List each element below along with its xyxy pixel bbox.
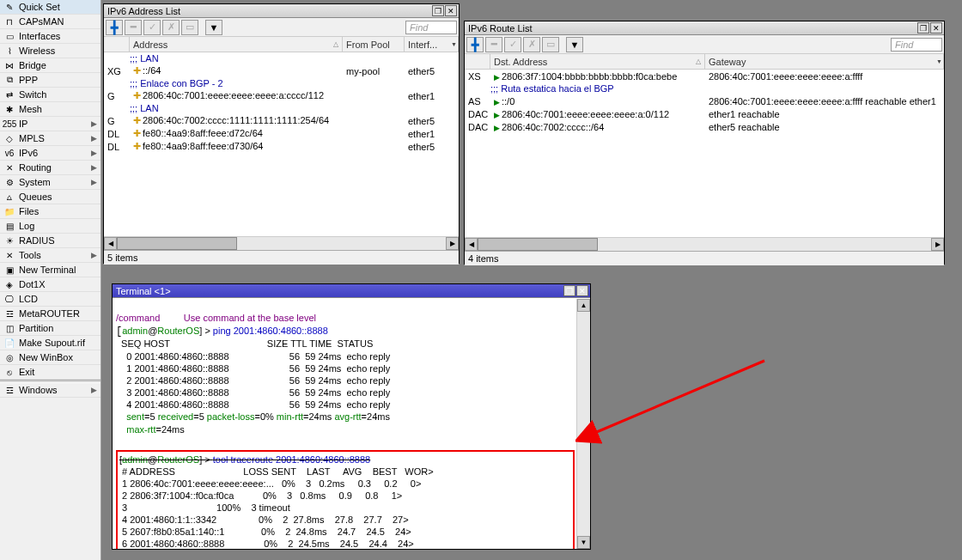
sidebar: ✎Quick Set⊓CAPsMAN▭Interfaces⌇Wireless⋈B… [0,0,101,560]
highlighted-traceroute: [admin@RouterOS] > tool traceroute 2001:… [116,450,575,549]
sidebar-item-wireless[interactable]: ⌇Wireless [0,44,100,58]
sidebar-item-routing[interactable]: ✕Routing▶ [0,161,100,175]
sidebar-item-partition[interactable]: ◫Partition [0,321,100,336]
chevron-right-icon: ▶ [91,149,97,157]
sidebar-item-new-winbox[interactable]: ◎New WinBox [0,350,100,365]
v-scrollbar[interactable]: ▲ ▼ [576,299,590,549]
toolbar: ╋ ━ ✓ ✗ ▭ ▼ Find [104,18,459,37]
sidebar-item-exit[interactable]: ⎋Exit [0,365,100,380]
close-icon[interactable]: ✕ [445,5,457,16]
add-button[interactable]: ╋ [106,20,123,35]
sidebar-item-radius[interactable]: ☀RADIUS [0,234,100,248]
sidebar-item-ip[interactable]: 255IP▶ [0,117,100,131]
scroll-up-icon[interactable]: ▲ [577,299,590,312]
col-address[interactable]: Address△ [130,37,343,52]
sidebar-label: MetaROUTER [19,308,80,319]
item-count: 5 items [107,253,137,263]
menu-icon: ⌇ [3,45,15,57]
scroll-right-icon[interactable]: ▶ [446,237,459,250]
sidebar-item-interfaces[interactable]: ▭Interfaces [0,29,100,44]
chevron-right-icon: ▶ [91,134,97,143]
enable-button[interactable]: ✓ [143,20,161,35]
close-icon[interactable]: ✕ [576,285,588,296]
table-row[interactable]: DAC▶2806:40c:7001:eeee:eeee:eeee:a:0/112… [465,107,944,120]
sidebar-label: New Terminal [19,265,76,275]
table-row[interactable]: G✚2806:40c:7002:cccc:1111:1111:1111:254/… [104,114,459,127]
find-input[interactable]: Find [405,21,457,34]
sidebar-label: System [19,177,51,187]
filter-button[interactable]: ▼ [566,37,583,52]
h-scrollbar[interactable]: ◀ ▶ [104,236,459,250]
sidebar-item-quick-set[interactable]: ✎Quick Set [0,0,100,15]
sidebar-label: Wireless [19,46,55,56]
sidebar-item-metarouter[interactable]: ☲MetaROUTER [0,307,100,321]
menu-icon: ✎ [3,1,15,13]
windows-icon: ☲ [3,384,15,396]
restore-icon[interactable]: ❐ [917,22,929,33]
find-input[interactable]: Find [891,38,942,52]
sidebar-item-files[interactable]: 📁Files [0,204,100,219]
table-row[interactable]: DL✚fe80::4aa9:8aff:feee:d72c/64ether1 [104,127,459,140]
restore-icon[interactable]: ❐ [432,5,444,16]
table-row[interactable]: XS▶2806:3f7:1004:bbbb:bbbb:bbbb:f0ca:beb… [465,70,944,82]
remove-button[interactable]: ━ [485,37,502,52]
table-row[interactable]: G✚2806:40c:7001:eeee:eeee:eeee:a:cccc/11… [104,89,459,102]
sidebar-item-queues[interactable]: 🜂Queues [0,190,100,204]
sidebar-item-mesh[interactable]: ✱Mesh [0,102,100,117]
sidebar-windows[interactable]: ☲ Windows ▶ [0,383,100,398]
remove-button[interactable]: ━ [125,20,142,35]
sidebar-item-system[interactable]: ⚙System▶ [0,175,100,190]
terminal-output[interactable]: /command Use command at the base level [… [113,298,590,549]
menu-icon: v6 [3,147,15,159]
sidebar-item-log[interactable]: ▤Log [0,219,100,234]
table-row[interactable]: DAC▶2806:40c:7002:cccc::/64ether5 reacha… [465,120,944,133]
window-titlebar[interactable]: IPv6 Route List ❐ ✕ [465,21,944,35]
sidebar-item-switch[interactable]: ⇄Switch [0,88,100,102]
sidebar-item-dot1x[interactable]: ◈Dot1X [0,277,100,292]
comment-row: ;;; LAN [104,102,459,114]
scroll-right-icon[interactable]: ▶ [931,238,944,251]
filter-button[interactable]: ▼ [205,20,222,35]
sidebar-item-lcd[interactable]: 🖵LCD [0,292,100,307]
h-scrollbar[interactable]: ◀ ▶ [465,237,944,251]
table-row[interactable]: AS▶::/02806:40c:7001:eeee:eeee:eeee:a:ff… [465,94,944,107]
sidebar-label: LCD [19,294,38,304]
comment-button[interactable]: ▭ [542,37,559,52]
sidebar-item-ppp[interactable]: ⧉PPP [0,73,100,88]
col-gateway[interactable]: Gateway▼ [705,54,944,69]
enable-button[interactable]: ✓ [504,37,521,52]
table-row[interactable]: XG✚::/64my-poolether5 [104,64,459,77]
restore-icon[interactable]: ❐ [563,285,575,296]
sidebar-item-tools[interactable]: ✕Tools▶ [0,248,100,263]
scroll-down-icon[interactable]: ▼ [577,536,590,549]
sidebar-item-ipv6[interactable]: v6IPv6▶ [0,146,100,161]
sidebar-item-make-supout.rif[interactable]: 📄Make Supout.rif [0,336,100,350]
sidebar-item-mpls[interactable]: ◇MPLS▶ [0,131,100,146]
window-titlebar[interactable]: IPv6 Address List ❐ ✕ [104,4,459,18]
col-dst[interactable]: Dst. Address△ [490,54,705,69]
sidebar-item-new-terminal[interactable]: ▣New Terminal [0,263,100,277]
disable-button[interactable]: ✗ [162,20,180,35]
sidebar-label: RADIUS [19,235,55,246]
table-row[interactable]: DL✚fe80::4aa9:8aff:feee:d730/64ether5 [104,140,459,153]
col-flags[interactable] [104,37,130,52]
add-button[interactable]: ╋ [466,37,484,52]
disable-button[interactable]: ✗ [523,37,540,52]
sidebar-item-bridge[interactable]: ⋈Bridge [0,58,100,73]
scroll-left-icon[interactable]: ◀ [465,238,478,251]
menu-icon: ◈ [3,278,15,290]
scroll-left-icon[interactable]: ◀ [104,237,117,250]
ipv6-address-window: IPv6 Address List ❐ ✕ ╋ ━ ✓ ✗ ▭ ▼ Find A… [103,3,460,264]
menu-icon: ⊓ [3,15,15,27]
close-icon[interactable]: ✕ [930,22,942,33]
sidebar-item-capsman[interactable]: ⊓CAPsMAN [0,15,100,29]
menu-icon: ✱ [3,103,15,115]
col-flags[interactable] [465,54,490,69]
comment-button[interactable]: ▭ [181,20,198,35]
col-from-pool[interactable]: From Pool [343,37,405,52]
status-bar: 5 items [104,250,459,265]
sidebar-label: Dot1X [19,279,46,289]
col-interface[interactable]: Interf...▼ [405,37,459,52]
window-titlebar[interactable]: Terminal <1> ❐ ✕ [113,284,590,298]
item-count: 4 items [468,253,498,264]
